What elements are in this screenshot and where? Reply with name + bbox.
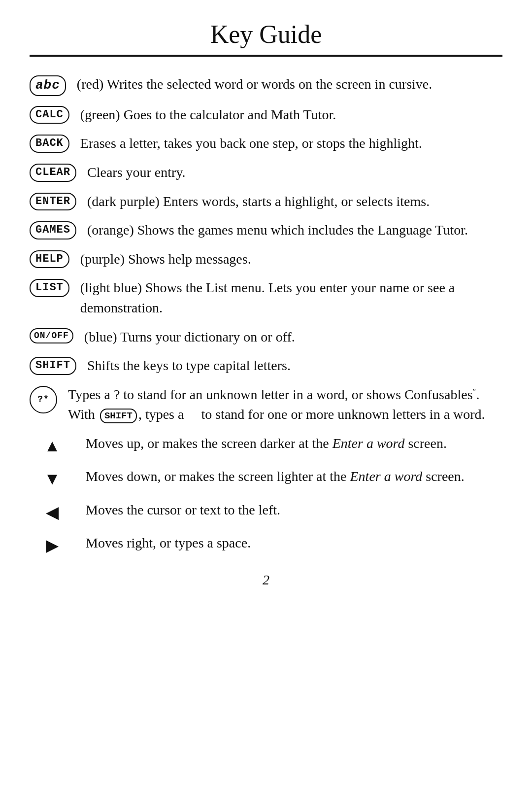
key-badge-help: HELP bbox=[30, 250, 69, 269]
page-title: Key Guide bbox=[30, 20, 502, 49]
page-number: 2 bbox=[30, 572, 502, 588]
key-desc-shift: Shifts the keys to type capital letters. bbox=[87, 356, 502, 376]
key-desc-left: Moves the cursor or text to the left. bbox=[86, 500, 502, 520]
list-item: BACK Erases a letter, takes you back one… bbox=[30, 134, 502, 154]
key-desc-games: (orange) Shows the games menu which incl… bbox=[87, 220, 502, 240]
inline-shift-badge: SHIFT bbox=[100, 409, 137, 424]
key-desc-up: Moves up, or makes the screen darker at … bbox=[86, 434, 502, 454]
key-badge-list: LIST bbox=[30, 279, 69, 297]
right-arrow-key: ▶ bbox=[30, 533, 75, 557]
key-badge-enter: ENTER bbox=[30, 193, 76, 211]
key-desc-clear: Clears your entry. bbox=[87, 163, 502, 183]
key-desc-back: Erases a letter, takes you back one step… bbox=[80, 134, 502, 154]
list-item: ◀ Moves the cursor or text to the left. bbox=[30, 500, 502, 524]
superscript-mark: ″ bbox=[473, 386, 476, 396]
list-item: CALC (green) Goes to the calculator and … bbox=[30, 105, 502, 125]
list-item: ▲ Moves up, or makes the screen darker a… bbox=[30, 434, 502, 458]
key-desc-list: (light blue) Shows the List menu. Lets y… bbox=[80, 278, 502, 318]
list-item: GAMES (orange) Shows the games menu whic… bbox=[30, 220, 502, 240]
key-desc-calc: (green) Goes to the calculator and Math … bbox=[80, 105, 502, 125]
down-arrow-key: ▼ bbox=[30, 467, 75, 491]
key-badge-shift: SHIFT bbox=[30, 357, 76, 375]
key-badge-games: GAMES bbox=[30, 221, 76, 240]
key-badge-calc: CALC bbox=[30, 106, 69, 124]
key-desc-abc: (red) Writes the selected word or words … bbox=[77, 74, 502, 95]
list-item: abc (red) Writes the selected word or wo… bbox=[30, 74, 502, 96]
key-badge-back: BACK bbox=[30, 135, 69, 153]
key-desc-questionstar: Types a ? to stand for an unknown letter… bbox=[68, 385, 502, 425]
list-item: CLEAR Clears your entry. bbox=[30, 163, 502, 183]
key-list: abc (red) Writes the selected word or wo… bbox=[30, 74, 502, 557]
list-item: ENTER (dark purple) Enters words, starts… bbox=[30, 192, 502, 212]
list-item: ?* Types a ? to stand for an unknown let… bbox=[30, 385, 502, 425]
list-item: ON/OFF (blue) Turns your dictionary on o… bbox=[30, 327, 502, 347]
up-arrow-key: ▲ bbox=[30, 434, 75, 458]
key-desc-enter: (dark purple) Enters words, starts a hig… bbox=[87, 192, 502, 212]
key-badge-clear: CLEAR bbox=[30, 164, 76, 182]
key-badge-abc: abc bbox=[30, 75, 66, 96]
key-badge-onoff: ON/OFF bbox=[30, 328, 73, 343]
key-badge-questionstar: ?* bbox=[30, 386, 57, 413]
title-divider bbox=[30, 55, 502, 57]
list-item: ▶ Moves right, or types a space. bbox=[30, 533, 502, 557]
left-arrow-key: ◀ bbox=[30, 500, 75, 524]
key-desc-down: Moves down, or makes the screen lighter … bbox=[86, 467, 502, 487]
list-item: SHIFT Shifts the keys to type capital le… bbox=[30, 356, 502, 376]
list-item: ▼ Moves down, or makes the screen lighte… bbox=[30, 467, 502, 491]
key-desc-help: (purple) Shows help messages. bbox=[80, 249, 502, 270]
key-desc-right: Moves right, or types a space. bbox=[86, 533, 502, 553]
list-item: HELP (purple) Shows help messages. bbox=[30, 249, 502, 270]
list-item: LIST (light blue) Shows the List menu. L… bbox=[30, 278, 502, 318]
key-desc-onoff: (blue) Turns your dictionary on or off. bbox=[84, 327, 502, 347]
